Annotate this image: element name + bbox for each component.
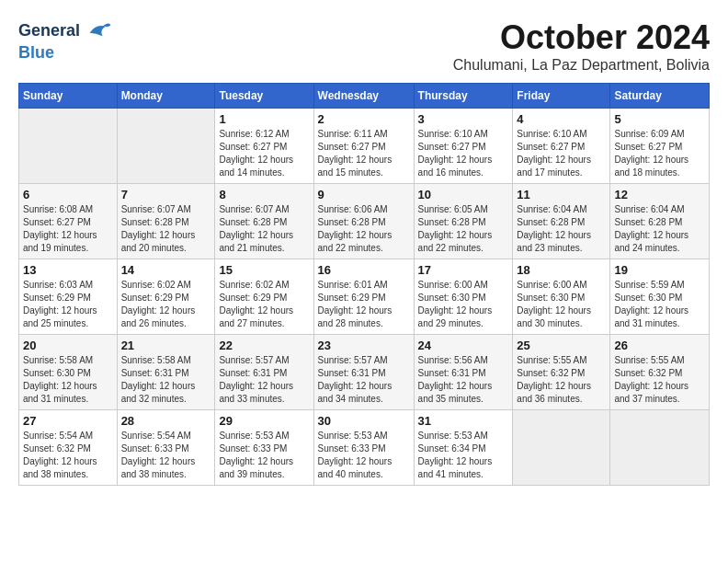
calendar-cell: 20Sunrise: 5:58 AMSunset: 6:30 PMDayligh… — [19, 335, 118, 410]
calendar-cell: 23Sunrise: 5:57 AMSunset: 6:31 PMDayligh… — [313, 335, 414, 410]
day-info: Sunrise: 5:55 AMSunset: 6:32 PMDaylight:… — [614, 354, 705, 406]
day-info: Sunrise: 6:03 AMSunset: 6:29 PMDaylight:… — [23, 279, 113, 330]
day-info: Sunrise: 6:11 AMSunset: 6:27 PMDaylight:… — [318, 128, 410, 179]
day-number: 6 — [23, 188, 113, 201]
day-of-week-header: Wednesday — [313, 84, 414, 109]
day-number: 23 — [318, 339, 410, 352]
calendar-cell: 19Sunrise: 5:59 AMSunset: 6:30 PMDayligh… — [610, 259, 710, 335]
calendar-cell: 3Sunrise: 6:10 AMSunset: 6:27 PMDaylight… — [414, 109, 513, 184]
day-info: Sunrise: 5:57 AMSunset: 6:31 PMDaylight:… — [219, 354, 309, 406]
calendar-cell: 31Sunrise: 5:53 AMSunset: 6:34 PMDayligh… — [414, 410, 513, 486]
day-info: Sunrise: 5:56 AMSunset: 6:31 PMDaylight:… — [418, 354, 509, 406]
day-info: Sunrise: 6:10 AMSunset: 6:27 PMDaylight:… — [517, 128, 606, 179]
calendar-cell: 7Sunrise: 6:07 AMSunset: 6:28 PMDaylight… — [117, 184, 215, 259]
calendar-cell: 5Sunrise: 6:09 AMSunset: 6:27 PMDaylight… — [610, 109, 710, 184]
logo-blue: Blue — [18, 44, 112, 63]
day-of-week-header: Monday — [117, 84, 215, 109]
day-number: 3 — [418, 112, 509, 126]
day-info: Sunrise: 6:06 AMSunset: 6:28 PMDaylight:… — [318, 203, 410, 255]
day-info: Sunrise: 5:53 AMSunset: 6:33 PMDaylight:… — [318, 430, 410, 481]
day-number: 14 — [121, 263, 211, 277]
day-of-week-header: Saturday — [610, 84, 710, 109]
day-info: Sunrise: 6:10 AMSunset: 6:27 PMDaylight:… — [418, 128, 509, 179]
day-number: 10 — [418, 188, 509, 201]
day-number: 4 — [517, 112, 606, 126]
day-info: Sunrise: 5:54 AMSunset: 6:32 PMDaylight:… — [23, 430, 113, 481]
logo-general: General — [18, 18, 112, 44]
page-header: General Blue October 2024 Chulumani, La … — [18, 18, 710, 74]
day-number: 25 — [517, 339, 606, 352]
calendar-cell: 28Sunrise: 5:54 AMSunset: 6:33 PMDayligh… — [117, 410, 215, 486]
calendar-cell: 17Sunrise: 6:00 AMSunset: 6:30 PMDayligh… — [414, 259, 513, 335]
calendar-cell: 12Sunrise: 6:04 AMSunset: 6:28 PMDayligh… — [610, 184, 710, 259]
day-number: 28 — [121, 414, 211, 428]
day-number: 18 — [517, 263, 606, 277]
calendar-cell — [117, 109, 215, 184]
day-info: Sunrise: 6:07 AMSunset: 6:28 PMDaylight:… — [219, 203, 309, 255]
calendar-cell — [513, 410, 610, 486]
calendar-cell: 22Sunrise: 5:57 AMSunset: 6:31 PMDayligh… — [215, 335, 313, 410]
day-info: Sunrise: 6:04 AMSunset: 6:28 PMDaylight:… — [614, 203, 705, 255]
day-number: 20 — [23, 339, 113, 352]
calendar-cell: 21Sunrise: 5:58 AMSunset: 6:31 PMDayligh… — [117, 335, 215, 410]
day-of-week-header: Friday — [513, 84, 610, 109]
day-info: Sunrise: 6:09 AMSunset: 6:27 PMDaylight:… — [614, 128, 705, 179]
day-info: Sunrise: 5:59 AMSunset: 6:30 PMDaylight:… — [614, 279, 705, 330]
day-number: 15 — [219, 263, 309, 277]
day-info: Sunrise: 6:02 AMSunset: 6:29 PMDaylight:… — [121, 279, 211, 330]
day-info: Sunrise: 6:01 AMSunset: 6:29 PMDaylight:… — [318, 279, 410, 330]
day-info: Sunrise: 6:05 AMSunset: 6:28 PMDaylight:… — [418, 203, 509, 255]
day-number: 21 — [121, 339, 211, 352]
calendar-cell: 15Sunrise: 6:02 AMSunset: 6:29 PMDayligh… — [215, 259, 313, 335]
day-number: 5 — [614, 112, 705, 126]
calendar-cell: 11Sunrise: 6:04 AMSunset: 6:28 PMDayligh… — [513, 184, 610, 259]
month-title: October 2024 — [453, 18, 710, 57]
day-info: Sunrise: 6:07 AMSunset: 6:28 PMDaylight:… — [121, 203, 211, 255]
day-number: 26 — [614, 339, 705, 352]
day-number: 7 — [121, 188, 211, 201]
day-info: Sunrise: 5:54 AMSunset: 6:33 PMDaylight:… — [121, 430, 211, 481]
calendar-cell: 6Sunrise: 6:08 AMSunset: 6:27 PMDaylight… — [19, 184, 118, 259]
day-number: 17 — [418, 263, 509, 277]
calendar-cell: 18Sunrise: 6:00 AMSunset: 6:30 PMDayligh… — [513, 259, 610, 335]
day-number: 27 — [23, 414, 113, 428]
day-info: Sunrise: 6:02 AMSunset: 6:29 PMDaylight:… — [219, 279, 309, 330]
calendar-cell: 30Sunrise: 5:53 AMSunset: 6:33 PMDayligh… — [313, 410, 414, 486]
location: Chulumani, La Paz Department, Bolivia — [453, 57, 710, 74]
day-info: Sunrise: 5:58 AMSunset: 6:30 PMDaylight:… — [23, 354, 113, 406]
calendar-cell: 24Sunrise: 5:56 AMSunset: 6:31 PMDayligh… — [414, 335, 513, 410]
calendar-table: SundayMondayTuesdayWednesdayThursdayFrid… — [18, 83, 710, 486]
calendar-cell: 16Sunrise: 6:01 AMSunset: 6:29 PMDayligh… — [313, 259, 414, 335]
day-info: Sunrise: 6:04 AMSunset: 6:28 PMDaylight:… — [517, 203, 606, 255]
day-of-week-header: Thursday — [414, 84, 513, 109]
day-number: 13 — [23, 263, 113, 277]
day-info: Sunrise: 5:53 AMSunset: 6:33 PMDaylight:… — [219, 430, 309, 481]
day-of-week-header: Tuesday — [215, 84, 313, 109]
calendar-cell: 2Sunrise: 6:11 AMSunset: 6:27 PMDaylight… — [313, 109, 414, 184]
day-number: 16 — [318, 263, 410, 277]
day-info: Sunrise: 6:08 AMSunset: 6:27 PMDaylight:… — [23, 203, 113, 255]
calendar-cell: 25Sunrise: 5:55 AMSunset: 6:32 PMDayligh… — [513, 335, 610, 410]
day-info: Sunrise: 5:57 AMSunset: 6:31 PMDaylight:… — [318, 354, 410, 406]
day-info: Sunrise: 6:00 AMSunset: 6:30 PMDaylight:… — [517, 279, 606, 330]
day-number: 9 — [318, 188, 410, 201]
day-number: 8 — [219, 188, 309, 201]
logo-text: General Blue — [18, 18, 112, 63]
calendar-cell: 13Sunrise: 6:03 AMSunset: 6:29 PMDayligh… — [19, 259, 118, 335]
day-number: 19 — [614, 263, 705, 277]
calendar-cell: 29Sunrise: 5:53 AMSunset: 6:33 PMDayligh… — [215, 410, 313, 486]
calendar-cell: 10Sunrise: 6:05 AMSunset: 6:28 PMDayligh… — [414, 184, 513, 259]
calendar-cell: 27Sunrise: 5:54 AMSunset: 6:32 PMDayligh… — [19, 410, 118, 486]
calendar-cell: 4Sunrise: 6:10 AMSunset: 6:27 PMDaylight… — [513, 109, 610, 184]
day-number: 1 — [219, 112, 309, 126]
calendar-cell: 14Sunrise: 6:02 AMSunset: 6:29 PMDayligh… — [117, 259, 215, 335]
day-info: Sunrise: 6:12 AMSunset: 6:27 PMDaylight:… — [219, 128, 309, 179]
day-info: Sunrise: 5:53 AMSunset: 6:34 PMDaylight:… — [418, 430, 509, 481]
calendar-cell — [610, 410, 710, 486]
calendar-cell: 8Sunrise: 6:07 AMSunset: 6:28 PMDaylight… — [215, 184, 313, 259]
calendar-cell: 26Sunrise: 5:55 AMSunset: 6:32 PMDayligh… — [610, 335, 710, 410]
day-number: 12 — [614, 188, 705, 201]
day-of-week-header: Sunday — [19, 84, 118, 109]
title-area: October 2024 Chulumani, La Paz Departmen… — [453, 18, 710, 74]
logo: General Blue — [18, 18, 112, 63]
